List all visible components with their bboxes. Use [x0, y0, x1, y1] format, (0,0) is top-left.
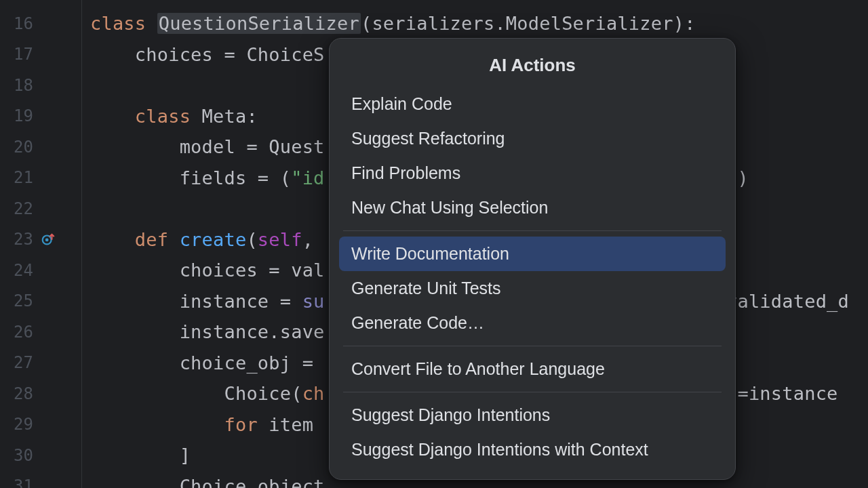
code-line[interactable]: class QuestionSerializer(serializers.Mod…: [90, 8, 868, 39]
svg-point-1: [45, 239, 49, 242]
popup-body: Explain CodeSuggest RefactoringFind Prob…: [339, 87, 726, 467]
ai-action-item[interactable]: Suggest Refactoring: [339, 121, 726, 156]
line-number: 26: [0, 317, 81, 348]
line-number: 23: [0, 224, 81, 256]
line-number-gutter: 16171819202122232425262728293031: [0, 0, 81, 488]
override-icon[interactable]: [41, 232, 56, 247]
line-number: 17: [0, 39, 81, 70]
line-number: 25: [0, 286, 81, 317]
line-number: 22: [0, 193, 81, 224]
line-number: 21: [0, 163, 81, 194]
line-number: 31: [0, 471, 81, 489]
line-number: 20: [0, 131, 81, 163]
ai-action-item[interactable]: Suggest Django Intentions: [339, 398, 726, 432]
ai-action-item[interactable]: Generate Unit Tests: [339, 271, 726, 306]
line-number: 18: [0, 70, 81, 101]
line-number: 24: [0, 255, 81, 286]
ai-action-item[interactable]: Convert File to Another Language: [339, 352, 726, 386]
ai-action-item[interactable]: Find Problems: [339, 156, 726, 190]
popup-separator: [343, 230, 722, 231]
ai-action-item[interactable]: Explain Code: [339, 87, 726, 121]
popup-separator: [343, 346, 722, 346]
ai-action-item[interactable]: New Chat Using Selection: [339, 190, 726, 225]
line-number: 27: [0, 348, 81, 379]
ai-actions-popup: AI Actions Explain CodeSuggest Refactori…: [329, 38, 736, 480]
line-number: 28: [0, 378, 81, 409]
line-number: 19: [0, 101, 81, 132]
line-number: 29: [0, 409, 81, 441]
ai-action-item[interactable]: Write Documentation: [339, 237, 726, 271]
line-number: 16: [0, 8, 81, 39]
ai-action-item[interactable]: Generate Code…: [339, 306, 726, 340]
ai-action-item[interactable]: Suggest Django Intentions with Context: [339, 432, 726, 467]
popup-title: AI Actions: [339, 48, 726, 87]
popup-separator: [343, 392, 722, 392]
line-number: 30: [0, 440, 81, 471]
